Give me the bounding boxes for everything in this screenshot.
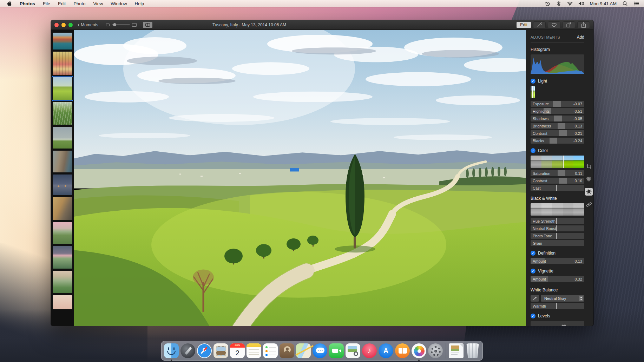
definition-amount-slider[interactable]: Amount0.13	[531, 258, 584, 264]
dock-launchpad[interactable]	[180, 343, 196, 358]
dock-finder[interactable]	[164, 343, 179, 358]
neutral-boost-slider[interactable]: Neutral Boost	[531, 225, 584, 231]
zoom-slider[interactable]	[112, 24, 130, 25]
dock-contacts[interactable]	[279, 343, 295, 358]
filters-tool-button[interactable]	[585, 175, 593, 183]
enhance-button[interactable]	[533, 21, 546, 28]
photo-thumbnail-tuscany-selected[interactable]	[53, 77, 72, 100]
white-balance-eyedropper-button[interactable]	[531, 295, 539, 302]
highlights-slider[interactable]: Highlights-0.51	[531, 108, 584, 114]
dock-photos[interactable]	[411, 343, 427, 358]
share-button[interactable]	[577, 21, 590, 28]
time-machine-icon[interactable]	[545, 1, 550, 6]
dock-system-preferences[interactable]	[428, 343, 443, 358]
definition-section-label: Definition	[538, 251, 556, 256]
color-enabled-checkbox[interactable]: ✓	[531, 148, 535, 153]
menu-app-name[interactable]: Photos	[20, 1, 35, 6]
split-view-toggle-button[interactable]	[143, 22, 152, 28]
photo-thumbnail-vineyard[interactable]	[53, 102, 72, 125]
levels-enabled-checkbox[interactable]: ✓	[531, 314, 535, 318]
definition-enabled-checkbox[interactable]: ✓	[531, 251, 535, 256]
crop-tool-button[interactable]	[585, 163, 593, 170]
vignette-amount-slider[interactable]: Amount0.32	[531, 276, 584, 282]
spotlight-icon[interactable]	[622, 1, 628, 6]
cast-slider[interactable]: Cast	[531, 185, 584, 191]
menu-item-photo[interactable]: Photo	[73, 1, 85, 6]
dock-messages[interactable]	[312, 343, 328, 358]
light-enabled-checkbox[interactable]: ✓	[531, 79, 535, 84]
edit-button[interactable]: Edit	[517, 22, 531, 28]
hue-strength-slider[interactable]: Hue Strength	[531, 218, 584, 224]
dock-itunes[interactable]: ♪	[362, 343, 377, 358]
dock-calendar[interactable]: JUN 2	[230, 343, 245, 358]
color-contrast-slider[interactable]: Contrast0.16	[531, 178, 584, 184]
photo-thumbnail-coastal-village[interactable]	[53, 33, 72, 50]
dock-mail[interactable]	[213, 343, 229, 358]
photo-thumbnail-dusk-fields[interactable]	[53, 246, 72, 269]
menu-item-edit[interactable]: Edit	[58, 1, 66, 6]
brightness-slider[interactable]: Brightness0.13	[531, 123, 584, 129]
dock-maps[interactable]	[296, 343, 311, 358]
vignette-enabled-checkbox[interactable]: ✓	[531, 269, 535, 274]
exposure-slider[interactable]: Exposure-0.07	[531, 101, 584, 107]
levels-histogram[interactable]	[531, 321, 584, 326]
light-preview-strip[interactable]	[531, 86, 535, 98]
dock-notes[interactable]	[246, 343, 262, 358]
grain-slider[interactable]: Grain	[531, 240, 584, 246]
levels-section-label: Levels	[538, 314, 550, 318]
photo-thumbnail-pink-sunset-hills[interactable]	[53, 222, 72, 244]
dock-facetime[interactable]	[329, 343, 344, 358]
menu-item-view[interactable]: View	[93, 1, 103, 6]
photo-thumbnail-partial[interactable]	[53, 295, 72, 309]
main-photo-tuscany[interactable]	[74, 30, 526, 326]
menu-item-window[interactable]: Window	[111, 1, 127, 6]
color-strip-scrubber[interactable]	[563, 156, 564, 168]
thumbnail-sidebar[interactable]	[51, 30, 74, 326]
dock-reminders[interactable]	[263, 343, 278, 358]
bluetooth-icon[interactable]	[556, 1, 561, 6]
black-white-preview-strip[interactable]	[531, 203, 584, 216]
dock-safari[interactable]	[197, 343, 212, 358]
retouch-tool-button[interactable]	[585, 200, 593, 208]
zoom-slider-knob[interactable]	[113, 23, 116, 26]
photo-thumbnail-cloudy-field[interactable]	[53, 127, 72, 149]
dock-preview[interactable]	[345, 343, 361, 358]
menu-item-help[interactable]: Help	[135, 1, 144, 6]
apple-menu-icon[interactable]	[6, 1, 12, 6]
photo-thumbnail-colorful-houses[interactable]	[53, 52, 72, 75]
back-to-moments-button[interactable]: ‹ Moments	[78, 22, 98, 27]
photo-thumbnail-street[interactable]	[53, 151, 72, 172]
filters-icon	[586, 176, 592, 182]
blacks-slider[interactable]: Blacks-0.24	[531, 138, 584, 144]
notification-center-icon[interactable]	[633, 1, 639, 6]
volume-icon[interactable]	[578, 1, 584, 6]
thumbnail-zoom-control	[106, 23, 137, 27]
rotate-button[interactable]	[563, 21, 575, 28]
dock-document[interactable]	[448, 343, 464, 358]
menu-item-file[interactable]: File	[43, 1, 50, 6]
adjust-tool-button[interactable]	[585, 188, 593, 196]
light-strip-scrubber[interactable]	[532, 86, 533, 98]
saturation-slider[interactable]: Saturation0.11	[531, 170, 584, 176]
color-preview-strip[interactable]	[531, 156, 584, 168]
contrast-slider[interactable]: Contrast0.21	[531, 130, 584, 136]
minimize-button[interactable]	[61, 23, 66, 27]
photo-thumbnail-dusk-water[interactable]	[53, 175, 72, 195]
adjustments-panel: ADJUSTMENTS Add Histogram ✓ Light	[526, 30, 593, 326]
dock-app-store[interactable]: A	[378, 343, 394, 358]
menu-clock[interactable]: Mon 9:41 AM	[590, 1, 617, 6]
window-titlebar[interactable]: ‹ Moments Tuscany, Italy · May 13, 2014 …	[51, 20, 593, 30]
dock-ibooks[interactable]	[395, 343, 410, 358]
wifi-icon[interactable]	[567, 1, 573, 6]
photo-tone-slider[interactable]: Photo Tone	[531, 233, 584, 239]
zoom-button[interactable]	[68, 23, 73, 27]
photo-thumbnail-valley-sunset[interactable]	[53, 271, 72, 293]
warmth-slider[interactable]: Warmth	[531, 303, 584, 309]
favorite-button[interactable]	[548, 21, 560, 28]
photo-thumbnail-evening-cafe[interactable]	[53, 197, 72, 220]
white-balance-dropdown[interactable]: Neutral Gray	[541, 295, 584, 302]
add-adjustment-button[interactable]: Add	[577, 35, 584, 40]
shadows-slider[interactable]: Shadows-0.05	[531, 116, 584, 121]
dock-trash[interactable]	[465, 343, 480, 358]
close-button[interactable]	[54, 23, 59, 27]
